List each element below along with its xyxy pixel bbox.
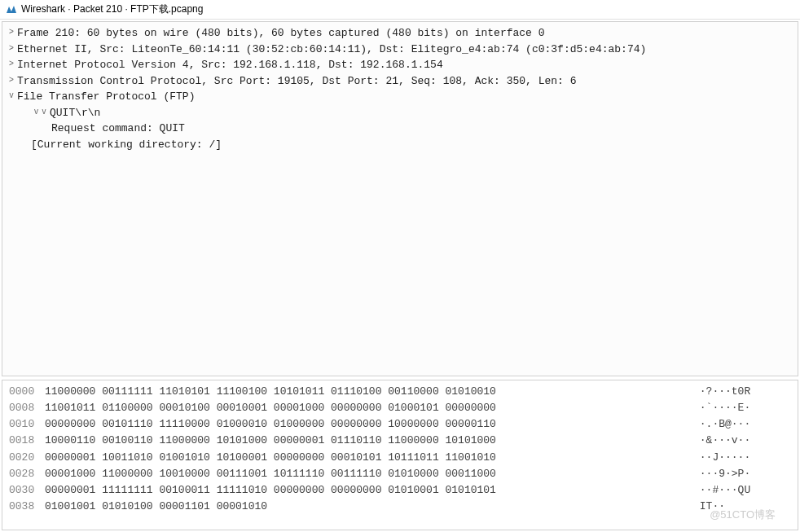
hex-dump-pane[interactable]: 0000 11000000 00111111 11010101 11100100… [2,380,798,530]
tree-label: Request command: QUIT [51,121,185,137]
tree-row-ip[interactable]: > Internet Protocol Version 4, Src: 192.… [2,57,798,73]
expand-icon[interactable]: > [6,42,17,54]
hex-bytes: 01001001 01010100 00001101 00001010 [45,499,693,515]
title-bar: Wireshark · Packet 210 · FTP下载.pcapng [0,0,800,20]
hex-ascii: ·?···t0R [693,384,791,400]
hex-offset: 0020 [9,450,45,466]
tree-row-ethernet[interactable]: > Ethernet II, Src: LiteonTe_60:14:11 (3… [2,42,798,58]
hex-offset: 0030 [9,482,45,499]
hex-bytes: 00001000 11000000 10010000 00111001 1011… [45,466,693,482]
hex-row[interactable]: 0030 00000001 11111111 00100011 11111010… [9,482,791,499]
expand-icon[interactable]: > [6,57,17,69]
hex-ascii: ···9·>P· [693,466,791,482]
tree-label: Frame 210: 60 bytes on wire (480 bits), … [17,25,545,42]
tree-row-request-command[interactable]: Request command: QUIT [2,121,798,137]
hex-offset: 0010 [9,416,45,433]
tree-label: QUIT\r\n [50,105,100,121]
window-title: Wireshark · Packet 210 · FTP下载.pcapng [21,2,203,16]
hex-ascii: ·.·B@··· [693,416,791,433]
hex-ascii: IT·· [693,499,791,515]
hex-ascii: ·&···v·· [693,433,791,449]
hex-row[interactable]: 0028 00001000 11000000 10010000 00111001… [9,466,791,482]
tree-label: Ethernet II, Src: LiteonTe_60:14:11 (30:… [17,42,646,58]
tree-row-quit[interactable]: v v QUIT\r\n [2,105,798,121]
tree-label: [Current working directory: /] [31,137,222,153]
collapse-icon[interactable]: v [6,89,17,101]
hex-bytes: 11001011 01100000 00010100 00010001 0000… [45,400,693,416]
tree-label: File Transfer Protocol (FTP) [17,89,195,105]
hex-row[interactable]: 0020 00000001 10011010 01001010 10100001… [9,450,791,466]
hex-bytes: 11000000 00111111 11010101 11100100 1010… [45,384,693,400]
hex-offset: 0028 [9,466,45,482]
expand-icon[interactable]: > [6,73,17,86]
hex-bytes: 00000001 10011010 01001010 10100001 0000… [45,450,693,466]
hex-row[interactable]: 0010 00000000 00101110 11110000 01000010… [9,416,791,433]
tree-row-ftp[interactable]: v File Transfer Protocol (FTP) [2,89,798,105]
hex-row[interactable]: 0000 11000000 00111111 11010101 11100100… [9,384,791,400]
hex-bytes: 00000001 11111111 00100011 11111010 0000… [45,482,693,499]
hex-ascii: ··J····· [693,450,791,466]
hex-ascii: ··#···QU [693,482,791,499]
tree-label: Transmission Control Protocol, Src Port:… [17,73,577,90]
tree-row-tcp[interactable]: > Transmission Control Protocol, Src Por… [2,73,798,90]
packet-details-pane[interactable]: > Frame 210: 60 bytes on wire (480 bits)… [2,21,798,376]
hex-row[interactable]: 0038 01001001 01010100 00001101 00001010… [9,499,791,515]
hex-row[interactable]: 0008 11001011 01100000 00010100 00010001… [9,400,791,416]
hex-offset: 0038 [9,499,45,515]
collapse-icon[interactable]: v [38,105,50,117]
hex-row[interactable]: 0018 10000110 00100110 11000000 10101000… [9,433,791,449]
wireshark-icon [5,3,18,16]
hex-bytes: 00000000 00101110 11110000 01000010 0100… [45,416,693,433]
hex-offset: 0000 [9,384,45,400]
tree-label: Internet Protocol Version 4, Src: 192.16… [17,57,443,73]
hex-ascii: ·`····E· [693,400,791,416]
tree-row-cwd[interactable]: [Current working directory: /] [2,137,798,153]
collapse-icon[interactable]: v [6,105,38,117]
expand-icon[interactable]: > [6,25,17,37]
hex-offset: 0018 [9,433,45,449]
tree-row-frame[interactable]: > Frame 210: 60 bytes on wire (480 bits)… [2,25,798,42]
hex-offset: 0008 [9,400,45,416]
hex-bytes: 10000110 00100110 11000000 10101000 0000… [45,433,693,449]
